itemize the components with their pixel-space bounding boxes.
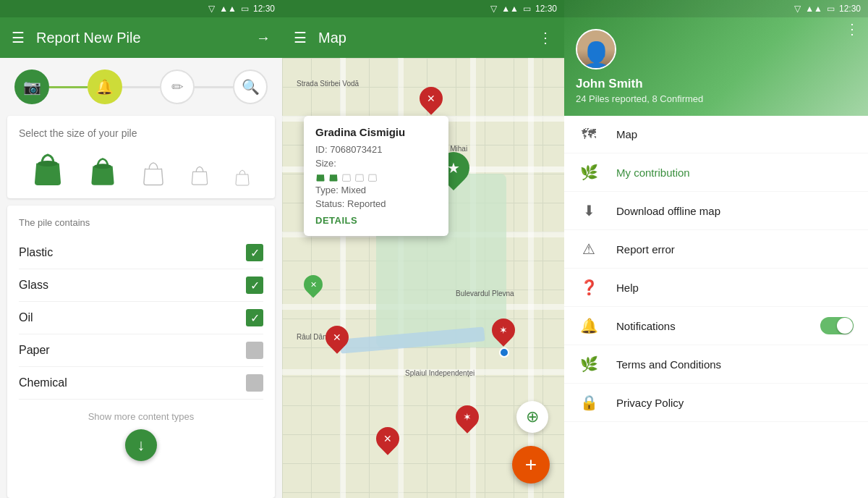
map-pin-red-5[interactable]: ✶: [492, 318, 515, 342]
bag-size-4[interactable]: [190, 162, 209, 187]
signal-icon: ▽: [208, 4, 215, 14]
plastic-label: Plastic: [19, 246, 53, 259]
menu-item-notifications[interactable]: 🔔 Notifications: [564, 307, 868, 345]
step-4-search[interactable]: 🔍: [233, 69, 268, 104]
down-arrow-icon: ↓: [137, 436, 145, 455]
time-2: 12:30: [535, 4, 557, 14]
signal-icon-2: ▽: [490, 4, 497, 14]
popup-status: Status: Reported: [315, 198, 437, 209]
map-pin-red-4[interactable]: ✶: [456, 405, 479, 429]
step-2-notify[interactable]: 🔔: [88, 69, 122, 104]
map-label-1: Strada Stirbei Vodă: [297, 80, 359, 88]
drawer-more-options[interactable]: ⋮: [845, 20, 859, 38]
user-name: John Smith: [576, 77, 856, 91]
contents-title: The pile contains: [19, 217, 263, 228]
camera-icon: 📷: [23, 78, 41, 96]
terms-leaf-icon: 🌿: [579, 355, 599, 373]
glass-label: Glass: [19, 279, 48, 292]
bag-size-3[interactable]: [142, 158, 165, 187]
map-label-4: Splaiul Independenței: [405, 369, 475, 377]
show-more-label[interactable]: Show more content types: [19, 405, 263, 422]
help-icon: ❓: [579, 279, 599, 296]
status-bar-3: ▽ ▲▲ ▭ 12:30: [564, 0, 868, 17]
bag-size-2[interactable]: [89, 153, 116, 187]
more-options-icon[interactable]: ⋮: [538, 29, 553, 46]
menu-item-contribution[interactable]: 🌿 My contribution: [564, 153, 868, 192]
warning-icon: ⚠: [579, 240, 599, 258]
report-new-pile-panel: ▽ ▲▲ ▭ 12:30 ☰ Report New Pile → 📷 🔔 ✏ 🔍…: [0, 0, 282, 498]
content-row-paper: Paper: [19, 334, 263, 367]
network-icon-3: ▲▲: [805, 4, 822, 14]
map-pin-red-1[interactable]: ✕: [420, 87, 443, 110]
oil-label: Oil: [19, 311, 33, 324]
popup-size-bags: [315, 170, 437, 182]
map-area[interactable]: Strada Stirbei Vodă Izvorul MihaiEminesc…: [282, 58, 564, 498]
leaf-icon: 🌿: [579, 164, 599, 181]
download-menu-label: Download offline map: [616, 205, 854, 217]
notification-bell-icon: 🔔: [579, 317, 599, 334]
time-1: 12:30: [253, 4, 275, 14]
content-row-glass: Glass ✓: [19, 269, 263, 302]
oil-checkbox[interactable]: ✓: [246, 309, 263, 326]
paper-label: Paper: [19, 344, 50, 357]
size-selector-card: Select the size of your pile: [7, 116, 275, 198]
hamburger-icon[interactable]: ☰: [12, 29, 25, 46]
popup-title: Gradina Cismigiu: [315, 126, 437, 138]
page-title-1: Report New Pile: [36, 30, 244, 46]
contribution-menu-label: My contribution: [616, 166, 854, 179]
map-menu-label: Map: [616, 128, 854, 140]
map-pin-red-2[interactable]: ✕: [326, 326, 349, 349]
add-icon: +: [525, 453, 537, 476]
edit-icon: ✏: [171, 78, 184, 96]
add-pile-fab[interactable]: +: [512, 446, 550, 484]
paper-checkbox[interactable]: [246, 342, 263, 359]
user-avatar: [576, 29, 616, 69]
map-toolbar: ☰ Map ⋮: [282, 17, 564, 58]
content-row-plastic: Plastic ✓: [19, 237, 263, 269]
menu-item-terms[interactable]: 🌿 Terms and Conditions: [564, 345, 868, 384]
popup-type: Type: Mixed: [315, 185, 437, 195]
terms-menu-label: Terms and Conditions: [616, 358, 854, 371]
lock-icon: 🔒: [579, 394, 599, 411]
next-arrow-icon[interactable]: →: [256, 30, 271, 46]
bag-size-1[interactable]: [32, 149, 64, 187]
location-crosshair-button[interactable]: ⊕: [516, 401, 548, 433]
map-menu-icon: 🗺: [579, 126, 599, 143]
user-stats: 24 Piles reported, 8 Confirmed: [576, 93, 856, 104]
menu-item-privacy[interactable]: 🔒 Privacy Policy: [564, 384, 868, 422]
plastic-checkbox[interactable]: ✓: [246, 244, 263, 261]
search-icon: 🔍: [242, 78, 260, 96]
step-line-1: [49, 86, 88, 88]
map-pin-orange[interactable]: ✕: [304, 275, 323, 294]
menu-item-help[interactable]: ❓ Help: [564, 269, 868, 307]
bag-size-5[interactable]: [234, 166, 250, 187]
popup-id: ID: 7068073421: [315, 144, 437, 155]
crosshair-icon: ⊕: [526, 408, 539, 426]
battery-icon-3: ▭: [827, 4, 835, 14]
drawer-menu: 🗺 Map 🌿 My contribution ⬇ Download offli…: [564, 116, 868, 498]
popup-details-button[interactable]: DETAILS: [315, 215, 437, 226]
notifications-toggle[interactable]: [820, 317, 854, 334]
map-pin-red-3[interactable]: ✕: [376, 427, 399, 450]
step-3-edit[interactable]: ✏: [160, 69, 195, 104]
fab-down-container: ↓: [19, 429, 263, 468]
navigation-drawer: ▽ ▲▲ ▭ 12:30 ⋮ John Smith 24 Piles repor…: [564, 0, 868, 498]
signal-icon-3: ▽: [794, 4, 801, 14]
menu-item-download[interactable]: ⬇ Download offline map: [564, 192, 868, 230]
time-3: 12:30: [839, 4, 861, 14]
status-bar-1: ▽ ▲▲ ▭ 12:30: [0, 0, 282, 17]
menu-item-map[interactable]: 🗺 Map: [564, 116, 868, 153]
status-bar-2: ▽ ▲▲ ▭ 12:30: [282, 0, 564, 17]
glass-checkbox[interactable]: ✓: [246, 277, 263, 294]
popup-size: Size:: [315, 158, 437, 182]
contents-card: The pile contains Plastic ✓ Glass ✓ Oil …: [7, 206, 275, 498]
chemical-checkbox[interactable]: [246, 374, 263, 392]
scroll-down-button[interactable]: ↓: [125, 429, 157, 461]
step-line-3: [195, 86, 233, 88]
map-panel: ▽ ▲▲ ▭ 12:30 ☰ Map ⋮ Strada Stirbei Vodă…: [282, 0, 564, 498]
size-label: Select the size of your pile: [19, 127, 263, 139]
hamburger-icon-2[interactable]: ☰: [294, 29, 307, 46]
step-1-camera[interactable]: 📷: [14, 69, 49, 104]
network-icon: ▲▲: [219, 4, 237, 14]
menu-item-report-error[interactable]: ⚠ Report error: [564, 230, 868, 269]
